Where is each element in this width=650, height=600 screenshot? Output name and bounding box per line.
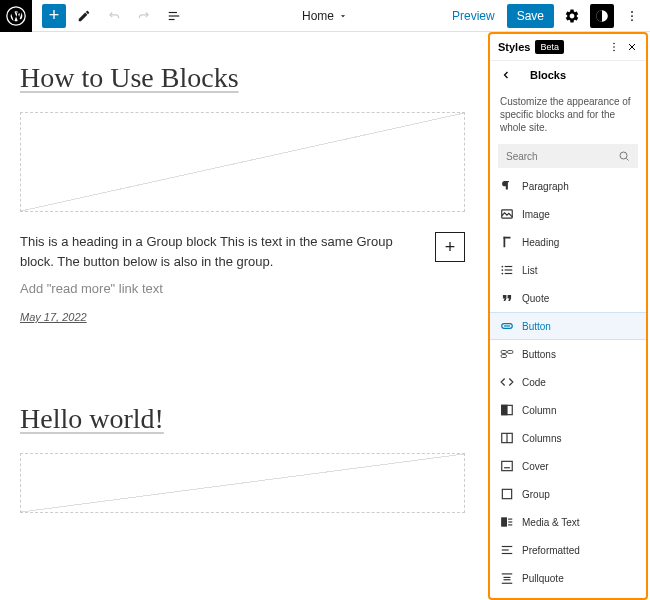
svg-rect-15 — [505, 266, 513, 267]
sidebar-description: Customize the appearance of specific blo… — [490, 89, 646, 144]
save-button[interactable]: Save — [507, 4, 554, 28]
post-date[interactable]: May 17, 2022 — [20, 311, 465, 323]
block-item-pullquote[interactable]: Pullquote — [490, 564, 646, 592]
more-options-icon[interactable] — [620, 4, 644, 28]
block-list: ParagraphImageHeadingListQuoteButtonButt… — [490, 172, 646, 598]
block-item-heading[interactable]: Heading — [490, 228, 646, 256]
edit-icon[interactable] — [72, 4, 96, 28]
block-item-columns[interactable]: Columns — [490, 424, 646, 452]
button-icon — [500, 319, 514, 333]
svg-rect-33 — [502, 518, 507, 526]
block-item-label: Heading — [522, 237, 559, 248]
block-item-label: Quote — [522, 293, 549, 304]
image-block-placeholder[interactable] — [20, 112, 465, 212]
svg-rect-3 — [169, 18, 175, 19]
block-item-label: Media & Text — [522, 517, 580, 528]
document-outline-icon[interactable] — [162, 4, 186, 28]
post-title[interactable]: How to Use Blocks — [20, 62, 465, 94]
svg-rect-25 — [501, 355, 506, 358]
block-item-label: Group — [522, 489, 550, 500]
block-item-image[interactable]: Image — [490, 200, 646, 228]
group-icon — [500, 487, 514, 501]
block-item-label: Button — [522, 321, 551, 332]
svg-point-19 — [501, 269, 503, 271]
sidebar-nav-label: Blocks — [530, 69, 566, 81]
read-more-placeholder[interactable]: Add "read more" link text — [20, 281, 465, 296]
group-block-text[interactable]: This is a heading in a Group block This … — [20, 232, 465, 271]
block-item-media-text[interactable]: Media & Text — [490, 508, 646, 536]
svg-rect-32 — [502, 489, 511, 498]
svg-rect-40 — [502, 573, 513, 574]
quote-icon — [500, 291, 514, 305]
settings-icon[interactable] — [560, 4, 584, 28]
document-selector[interactable]: Home — [302, 9, 348, 23]
svg-point-8 — [613, 43, 615, 45]
document-name: Home — [302, 9, 334, 23]
block-item-column[interactable]: Column — [490, 396, 646, 424]
media-text-icon — [500, 515, 514, 529]
search-icon — [618, 150, 630, 162]
block-item-list[interactable]: List — [490, 256, 646, 284]
svg-rect-16 — [505, 269, 513, 270]
svg-rect-23 — [501, 351, 506, 354]
preview-button[interactable]: Preview — [444, 5, 503, 27]
svg-rect-42 — [504, 579, 511, 580]
image-block-placeholder[interactable] — [20, 453, 465, 513]
svg-rect-43 — [502, 583, 513, 584]
svg-rect-39 — [502, 553, 513, 554]
svg-rect-38 — [502, 549, 509, 550]
image-icon — [500, 207, 514, 221]
search-input[interactable]: Search — [498, 144, 638, 168]
list-icon — [500, 263, 514, 277]
post-title[interactable]: Hello world! — [20, 403, 465, 435]
undo-icon[interactable] — [102, 4, 126, 28]
svg-rect-22 — [504, 325, 510, 326]
svg-rect-1 — [169, 11, 177, 12]
group-block: This is a heading in a Group block This … — [20, 232, 465, 271]
svg-rect-31 — [504, 467, 510, 468]
close-icon[interactable] — [626, 41, 638, 53]
styles-icon[interactable] — [590, 4, 614, 28]
block-item-label: Columns — [522, 433, 561, 444]
svg-rect-17 — [505, 273, 513, 274]
svg-rect-2 — [169, 15, 180, 16]
block-item-cover[interactable]: Cover — [490, 452, 646, 480]
block-item-label: Image — [522, 209, 550, 220]
svg-rect-27 — [502, 405, 507, 414]
top-toolbar: + Home Preview Save — [0, 0, 650, 32]
sidebar-title: Styles — [498, 41, 530, 53]
svg-rect-41 — [504, 577, 511, 578]
wordpress-logo[interactable] — [0, 0, 32, 32]
add-block-toolbar-button[interactable]: + — [42, 4, 66, 28]
add-block-button[interactable]: + — [435, 232, 465, 262]
block-item-label: Cover — [522, 461, 549, 472]
block-item-quote[interactable]: Quote — [490, 284, 646, 312]
svg-point-0 — [7, 6, 25, 24]
column-icon — [500, 403, 514, 417]
heading-icon — [500, 235, 514, 249]
block-item-label: List — [522, 265, 538, 276]
block-item-button[interactable]: Button — [490, 312, 646, 340]
svg-rect-37 — [502, 546, 513, 547]
block-item-label: Paragraph — [522, 181, 569, 192]
block-item-buttons[interactable]: Buttons — [490, 340, 646, 368]
sidebar-header: Styles Beta — [490, 34, 646, 60]
block-item-search[interactable]: Search — [490, 592, 646, 598]
beta-badge: Beta — [535, 40, 564, 54]
svg-rect-14 — [504, 237, 511, 239]
code-icon — [500, 375, 514, 389]
block-item-label: Preformatted — [522, 545, 580, 556]
sidebar-more-icon[interactable] — [608, 41, 620, 53]
svg-rect-24 — [508, 351, 513, 354]
paragraph-icon — [500, 179, 514, 193]
buttons-icon — [500, 347, 514, 361]
block-item-paragraph[interactable]: Paragraph — [490, 172, 646, 200]
block-item-group[interactable]: Group — [490, 480, 646, 508]
block-item-label: Pullquote — [522, 573, 564, 584]
back-icon[interactable] — [500, 69, 512, 81]
block-item-preformatted[interactable]: Preformatted — [490, 536, 646, 564]
block-item-code[interactable]: Code — [490, 368, 646, 396]
redo-icon[interactable] — [132, 4, 156, 28]
svg-point-11 — [620, 152, 627, 159]
svg-point-5 — [631, 11, 633, 13]
